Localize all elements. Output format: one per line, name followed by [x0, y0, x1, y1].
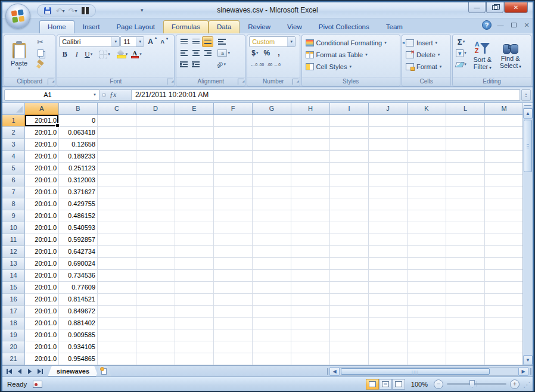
- cell-E7[interactable]: [175, 186, 214, 198]
- fill-color-button[interactable]: [116, 49, 129, 60]
- cell-J16[interactable]: [369, 294, 408, 306]
- cell-D18[interactable]: [136, 318, 175, 329]
- cell-J6[interactable]: [369, 175, 408, 186]
- cell-L3[interactable]: [446, 139, 485, 151]
- cell-C14[interactable]: [98, 270, 136, 282]
- cell-L17[interactable]: [446, 306, 485, 318]
- cell-F17[interactable]: [214, 306, 253, 318]
- redo-button[interactable]: ↷▾: [67, 5, 78, 16]
- row-header-9[interactable]: 9: [2, 210, 25, 222]
- cell-D13[interactable]: [136, 258, 175, 270]
- cell-B2[interactable]: 0.063418: [59, 127, 98, 139]
- row-header-12[interactable]: 12: [2, 246, 25, 258]
- cell-M4[interactable]: [485, 151, 524, 163]
- cell-E1[interactable]: [175, 115, 214, 127]
- row-header-16[interactable]: 16: [2, 294, 25, 306]
- cell-D7[interactable]: [136, 186, 175, 198]
- vertical-split-handle[interactable]: [523, 103, 533, 108]
- cell-L11[interactable]: [446, 234, 485, 246]
- cell-B3[interactable]: 0.12658: [59, 139, 98, 151]
- cell-K9[interactable]: [408, 210, 446, 222]
- font-color-button[interactable]: A: [129, 49, 143, 60]
- cell-G3[interactable]: [253, 139, 291, 151]
- cell-A18[interactable]: 20:01.0: [25, 318, 59, 329]
- format-cells-button[interactable]: Format: [404, 61, 449, 72]
- record-macro-button[interactable]: [33, 381, 42, 388]
- insert-function-button[interactable]: ƒx: [99, 89, 132, 101]
- row-header-14[interactable]: 14: [2, 270, 25, 282]
- cell-L1[interactable]: [446, 115, 485, 127]
- cell-E19[interactable]: [175, 329, 214, 341]
- insert-cells-button[interactable]: Insert: [404, 37, 449, 48]
- align-center-button[interactable]: [190, 48, 201, 58]
- top-align-button[interactable]: [178, 36, 189, 47]
- cell-E10[interactable]: [175, 222, 214, 234]
- row-header-21[interactable]: 21: [2, 353, 25, 365]
- cell-B8[interactable]: 0.429755: [59, 198, 98, 210]
- cell-F5[interactable]: [214, 163, 253, 175]
- cell-H9[interactable]: [291, 210, 330, 222]
- normal-view-button[interactable]: [366, 379, 379, 390]
- wrap-text-button[interactable]: [216, 36, 228, 47]
- row-header-20[interactable]: 20: [2, 341, 25, 353]
- comma-style-button[interactable]: ,: [273, 48, 284, 58]
- cell-K12[interactable]: [408, 246, 446, 258]
- cell-H2[interactable]: [291, 127, 330, 139]
- cell-F6[interactable]: [214, 175, 253, 186]
- cell-I4[interactable]: [330, 151, 369, 163]
- cell-K7[interactable]: [408, 186, 446, 198]
- cell-K10[interactable]: [408, 222, 446, 234]
- cell-J19[interactable]: [369, 329, 408, 341]
- next-sheet-button[interactable]: [25, 367, 34, 376]
- number-dialog-launcher[interactable]: [293, 79, 298, 85]
- bottom-align-button[interactable]: [202, 36, 213, 47]
- tab-page-layout[interactable]: Page Layout: [108, 20, 163, 33]
- format-painter-button[interactable]: [35, 59, 46, 70]
- row-header-18[interactable]: 18: [2, 318, 25, 329]
- cell-L13[interactable]: [446, 258, 485, 270]
- cell-H11[interactable]: [291, 234, 330, 246]
- cell-M15[interactable]: [485, 282, 524, 294]
- cell-E20[interactable]: [175, 341, 214, 353]
- sort-filter-button[interactable]: AZ Sort &Filter: [469, 36, 496, 76]
- cell-F21[interactable]: [214, 353, 253, 365]
- cell-H18[interactable]: [291, 318, 330, 329]
- row-header-8[interactable]: 8: [2, 198, 25, 210]
- undo-button[interactable]: ↶▾: [55, 5, 66, 16]
- cell-I13[interactable]: [330, 258, 369, 270]
- clipboard-dialog-launcher[interactable]: [48, 79, 54, 85]
- cell-M19[interactable]: [485, 329, 524, 341]
- cell-L5[interactable]: [446, 163, 485, 175]
- cell-G4[interactable]: [253, 151, 291, 163]
- cell-I1[interactable]: [330, 115, 369, 127]
- cell-D11[interactable]: [136, 234, 175, 246]
- cell-B20[interactable]: 0.934105: [59, 341, 98, 353]
- cell-G21[interactable]: [253, 353, 291, 365]
- cell-A13[interactable]: 20:01.0: [25, 258, 59, 270]
- column-header-a[interactable]: A: [25, 103, 59, 115]
- cell-H8[interactable]: [291, 198, 330, 210]
- cell-L18[interactable]: [446, 318, 485, 329]
- cell-M3[interactable]: [485, 139, 524, 151]
- cell-E3[interactable]: [175, 139, 214, 151]
- row-header-19[interactable]: 19: [2, 329, 25, 341]
- cell-B4[interactable]: 0.189233: [59, 151, 98, 163]
- cell-F14[interactable]: [214, 270, 253, 282]
- format-as-table-button[interactable]: Format as Table: [304, 49, 398, 60]
- cell-J17[interactable]: [369, 306, 408, 318]
- cell-A12[interactable]: 20:01.0: [25, 246, 59, 258]
- fill-button[interactable]: ▼: [455, 48, 468, 58]
- tab-split-handle[interactable]: [325, 367, 329, 376]
- cell-C13[interactable]: [98, 258, 136, 270]
- cell-G15[interactable]: [253, 282, 291, 294]
- tab-home[interactable]: Home: [39, 20, 74, 33]
- orientation-button[interactable]: ab: [215, 59, 227, 70]
- cell-B6[interactable]: 0.312003: [59, 175, 98, 186]
- cell-A2[interactable]: 20:01.0: [25, 127, 59, 139]
- cell-L6[interactable]: [446, 175, 485, 186]
- formula-input[interactable]: 2/21/2011 10:20:01 AM: [132, 89, 520, 101]
- cell-F11[interactable]: [214, 234, 253, 246]
- cell-L14[interactable]: [446, 270, 485, 282]
- cell-J18[interactable]: [369, 318, 408, 329]
- cell-F12[interactable]: [214, 246, 253, 258]
